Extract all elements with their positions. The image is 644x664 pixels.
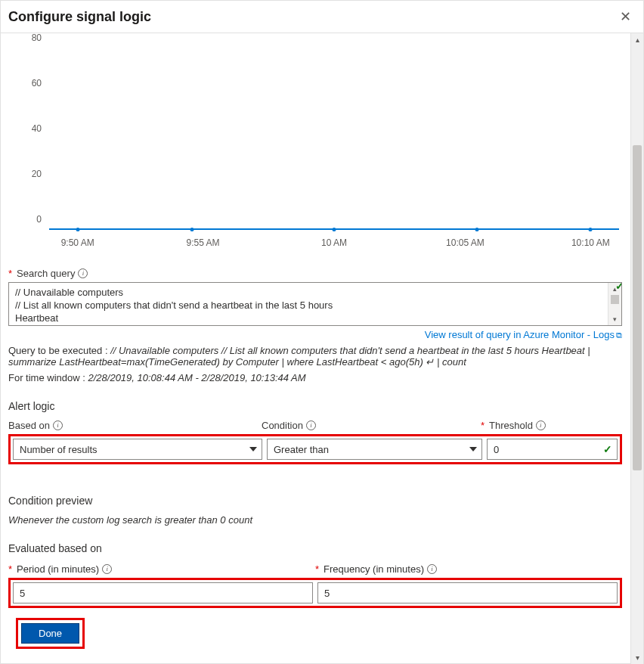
alert-logic-row-highlight: Number of results Greater than 0 ✓ <box>8 434 622 464</box>
chart-data-point <box>589 228 593 231</box>
panel-header: Configure signal logic ✕ <box>1 1 643 33</box>
condition-label: Condition i <box>262 420 481 431</box>
info-icon[interactable]: i <box>536 420 546 430</box>
close-icon[interactable]: ✕ <box>617 7 634 26</box>
required-asterisk-icon: * <box>8 563 12 575</box>
evaluated-heading: Evaluated based on <box>8 542 622 554</box>
chart-data-point <box>475 228 478 231</box>
condition-preview-heading: Condition preview <box>8 495 622 507</box>
y-tick: 40 <box>32 123 42 134</box>
query-to-be-executed: Query to be executed : // Unavailable co… <box>8 345 622 368</box>
scroll-down-arrow-icon[interactable]: ▾ <box>631 651 643 664</box>
scroll-thumb[interactable] <box>611 295 619 304</box>
alert-logic-heading: Alert logic <box>8 400 622 412</box>
external-link-icon: ⧉ <box>616 330 622 340</box>
x-tick: 10 AM <box>321 237 347 248</box>
panel-content: 0 20 40 60 80 9:50 AM 9:55 AM <box>8 41 622 608</box>
configure-signal-logic-panel: Configure signal logic ✕ ▴ ▾ 0 20 40 60 … <box>0 0 644 664</box>
info-icon[interactable]: i <box>78 268 88 278</box>
chart-x-axis: 9:50 AM 9:55 AM 10 AM 10:05 AM 10:10 AM <box>49 233 619 253</box>
query-line: // Unavailable computers <box>15 286 606 299</box>
info-icon[interactable]: i <box>427 564 437 574</box>
chart-data-point <box>190 228 194 231</box>
condition-dropdown[interactable]: Greater than <box>267 439 482 460</box>
chart-data-point <box>76 228 79 231</box>
y-tick: 80 <box>32 33 42 43</box>
view-result-link[interactable]: View result of query in Azure Monitor - … <box>425 329 622 340</box>
y-tick: 60 <box>32 78 42 88</box>
period-label: * Period (in minutes) i <box>8 563 315 575</box>
based-on-label: Based on i <box>8 420 262 431</box>
query-line: Heartbeat <box>15 312 606 324</box>
info-icon[interactable]: i <box>53 420 63 430</box>
x-tick: 9:55 AM <box>187 237 220 248</box>
info-icon[interactable]: i <box>102 564 112 574</box>
period-input[interactable]: 5 <box>13 582 313 603</box>
threshold-label: * Threshold i <box>481 420 622 431</box>
checkmark-icon: ✓ <box>615 282 622 292</box>
search-query-input[interactable]: // Unavailable computers // List all kno… <box>8 282 622 326</box>
time-window-text: For time window : 2/28/2019, 10:08:44 AM… <box>8 372 622 383</box>
evaluated-labels: * Period (in minutes) i * Frequency (in … <box>8 563 622 575</box>
chart-y-axis: 0 20 40 60 80 <box>8 48 46 230</box>
view-result-link-row: View result of query in Azure Monitor - … <box>8 329 622 340</box>
checkmark-icon: ✓ <box>603 443 612 455</box>
chevron-down-icon <box>469 447 477 451</box>
frequency-label: * Frequency (in minutes) i <box>315 563 622 575</box>
condition-preview-text: Whenever the custom log search is greate… <box>8 514 622 526</box>
required-asterisk-icon: * <box>8 268 12 279</box>
panel-title: Configure signal logic <box>8 9 151 25</box>
scroll-down-arrow-icon[interactable]: ▾ <box>608 313 621 325</box>
evaluated-row-highlight: 5 5 <box>8 578 622 608</box>
panel-body: ▴ ▾ 0 20 40 60 80 <box>1 33 643 664</box>
done-button[interactable]: Done <box>21 623 79 644</box>
done-button-highlight: Done <box>16 618 85 649</box>
alert-logic-labels: Based on i Condition i * Threshold i <box>8 420 622 431</box>
threshold-input[interactable]: 0 ✓ <box>487 439 618 460</box>
chart-plot-area <box>49 48 619 230</box>
y-tick: 0 <box>36 214 42 225</box>
required-asterisk-icon: * <box>315 563 319 575</box>
chevron-down-icon <box>249 447 257 451</box>
based-on-dropdown[interactable]: Number of results <box>13 439 262 460</box>
required-asterisk-icon: * <box>481 420 485 431</box>
x-tick: 9:50 AM <box>61 237 94 248</box>
results-chart: 0 20 40 60 80 9:50 AM 9:55 AM <box>8 41 622 253</box>
query-line: // List all known computers that didn't … <box>15 299 606 312</box>
x-tick: 10:05 AM <box>446 237 485 248</box>
frequency-input[interactable]: 5 <box>317 582 618 603</box>
x-tick: 10:10 AM <box>571 237 610 248</box>
vertical-scrollbar[interactable]: ▴ ▾ <box>630 33 643 664</box>
y-tick: 20 <box>32 169 42 179</box>
scroll-thumb[interactable] <box>633 145 642 470</box>
info-icon[interactable]: i <box>306 420 316 430</box>
chart-data-point <box>333 228 336 231</box>
search-query-label: * Search query i <box>8 268 622 279</box>
scroll-up-arrow-icon[interactable]: ▴ <box>631 33 643 46</box>
